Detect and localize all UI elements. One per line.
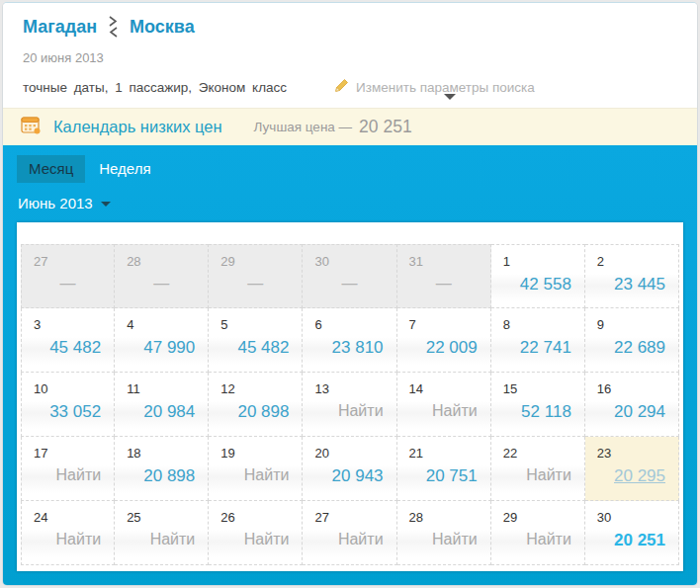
edit-search-link[interactable]: Изменить параметры поиска [334, 78, 535, 96]
calendar-cell-8[interactable]: 822 741 [491, 308, 585, 373]
calendar-cell-7[interactable]: 722 009 [397, 308, 491, 373]
calendar-cell-27[interactable]: 27Найти [303, 501, 396, 565]
find-link[interactable]: Найти [303, 402, 395, 420]
calendar-cell-18[interactable]: 1820 898 [115, 437, 209, 501]
calendar-cell-22[interactable]: 22Найти [491, 437, 585, 501]
calendar-cell-19[interactable]: 19Найти [209, 437, 303, 501]
price-link[interactable]: 20 943 [303, 466, 395, 486]
find-link[interactable]: Найти [209, 531, 302, 548]
day-number: 21 [397, 437, 490, 461]
calendar-cell-25[interactable]: 25Найти [115, 501, 209, 565]
price-link[interactable]: 33 052 [22, 402, 114, 422]
day-number: 18 [115, 437, 208, 461]
price-link[interactable]: 22 689 [585, 338, 678, 358]
calendar-cell-6[interactable]: 623 810 [303, 308, 396, 373]
chevron-down-icon [101, 202, 111, 207]
calendar-cell-26[interactable]: 26Найти [209, 501, 303, 565]
calendar-cell-4[interactable]: 447 990 [115, 308, 209, 373]
tab-month[interactable]: Месяц [17, 155, 85, 183]
day-number: 30 [303, 245, 395, 269]
calendar-sheet: 27—28—29—30—31—142 558223 445345 482447 … [17, 222, 683, 571]
find-link[interactable]: Найти [397, 402, 490, 420]
price-link[interactable]: 45 482 [22, 338, 114, 358]
calendar-cell-28: 28— [115, 244, 209, 308]
price-link[interactable]: 20 898 [115, 466, 208, 486]
price-link[interactable]: 47 990 [115, 338, 208, 358]
calendar-cell-21[interactable]: 2120 751 [397, 437, 491, 501]
calendar-cell-27: 27— [21, 244, 115, 308]
view-tabs: Месяц Неделя [17, 155, 683, 183]
day-number: 23 [585, 437, 678, 461]
price-link[interactable]: 22 741 [491, 338, 584, 358]
calendar-cell-1[interactable]: 142 558 [491, 244, 585, 308]
destination-city[interactable]: Москва [130, 17, 195, 38]
best-price-value: 20 251 [359, 117, 412, 137]
price-link[interactable]: 20 251 [585, 531, 678, 550]
route: Магадан Москва [23, 16, 677, 38]
calendar-cell-29[interactable]: 29Найти [491, 501, 585, 565]
calendar-cell-30: 30— [303, 244, 396, 308]
pencil-icon [334, 78, 349, 96]
no-price-dash: — [115, 275, 208, 293]
calendar-cell-9[interactable]: 922 689 [585, 308, 679, 373]
day-number: 5 [209, 308, 302, 332]
price-link[interactable]: 42 558 [491, 275, 584, 294]
calendar-cell-15[interactable]: 1552 118 [491, 373, 585, 437]
month-selector-label: Июнь 2013 [18, 195, 93, 211]
day-number: 29 [491, 501, 584, 525]
month-selector[interactable]: Июнь 2013 [17, 183, 113, 222]
price-link[interactable]: 23 445 [585, 275, 678, 294]
price-link[interactable]: 20 295 [585, 466, 678, 486]
price-link[interactable]: 20 898 [209, 402, 302, 422]
find-link[interactable]: Найти [397, 531, 490, 548]
price-link[interactable]: 22 009 [397, 338, 490, 358]
price-link[interactable]: 20 984 [115, 402, 208, 422]
day-number: 24 [22, 501, 114, 525]
price-link[interactable]: 20 751 [397, 466, 490, 486]
day-number: 9 [585, 308, 678, 332]
best-price-label: Лучшая цена — [254, 120, 353, 134]
day-number: 28 [397, 501, 490, 525]
no-price-dash: — [397, 275, 490, 293]
day-number: 12 [209, 373, 302, 396]
calendar-cell-14[interactable]: 14Найти [397, 373, 491, 437]
price-link[interactable]: 20 294 [585, 402, 678, 422]
tab-week[interactable]: Неделя [87, 155, 162, 183]
calendar-cell-24[interactable]: 24Найти [21, 501, 115, 565]
find-link[interactable]: Найти [22, 531, 114, 548]
calendar-panel: Месяц Неделя Июнь 2013 27—28—29—30—31—14… [3, 145, 697, 585]
calendar-cell-29: 29— [209, 244, 303, 308]
day-number: 30 [585, 501, 678, 525]
calendar-cell-10[interactable]: 1033 052 [21, 373, 115, 437]
collapse-search-toggle[interactable] [442, 91, 458, 103]
banner-title: Календарь низких цен [53, 118, 222, 136]
calendar-cell-3[interactable]: 345 482 [21, 308, 115, 373]
calendar-cell-23[interactable]: 2320 295 [585, 437, 679, 501]
find-link[interactable]: Найти [22, 466, 114, 484]
day-number: 28 [115, 245, 208, 269]
find-link[interactable]: Найти [491, 531, 584, 548]
calendar-cell-2[interactable]: 223 445 [585, 244, 679, 308]
find-link[interactable]: Найти [115, 531, 208, 548]
day-number: 27 [303, 501, 395, 525]
calendar-cell-30[interactable]: 3020 251 [585, 501, 679, 565]
calendar-cell-5[interactable]: 545 482 [209, 308, 303, 373]
day-number: 1 [491, 245, 584, 269]
calendar-cell-17[interactable]: 17Найти [21, 437, 115, 501]
find-link[interactable]: Найти [303, 531, 395, 548]
find-link[interactable]: Найти [491, 466, 584, 484]
find-link[interactable]: Найти [209, 466, 302, 484]
calendar-cell-20[interactable]: 2020 943 [303, 437, 396, 501]
day-number: 4 [115, 308, 208, 332]
price-link[interactable]: 45 482 [209, 338, 302, 358]
calendar-cell-13[interactable]: 13Найти [303, 373, 396, 437]
origin-city[interactable]: Магадан [23, 17, 97, 38]
calendar-cell-12[interactable]: 1220 898 [209, 373, 303, 437]
calendar-cell-28[interactable]: 28Найти [397, 501, 491, 565]
price-link[interactable]: 23 810 [303, 338, 395, 358]
calendar-cell-11[interactable]: 1120 984 [115, 373, 209, 437]
price-link[interactable]: 52 118 [491, 402, 584, 422]
day-number: 8 [491, 308, 584, 332]
day-number: 10 [22, 373, 114, 396]
calendar-cell-16[interactable]: 1620 294 [585, 373, 679, 437]
